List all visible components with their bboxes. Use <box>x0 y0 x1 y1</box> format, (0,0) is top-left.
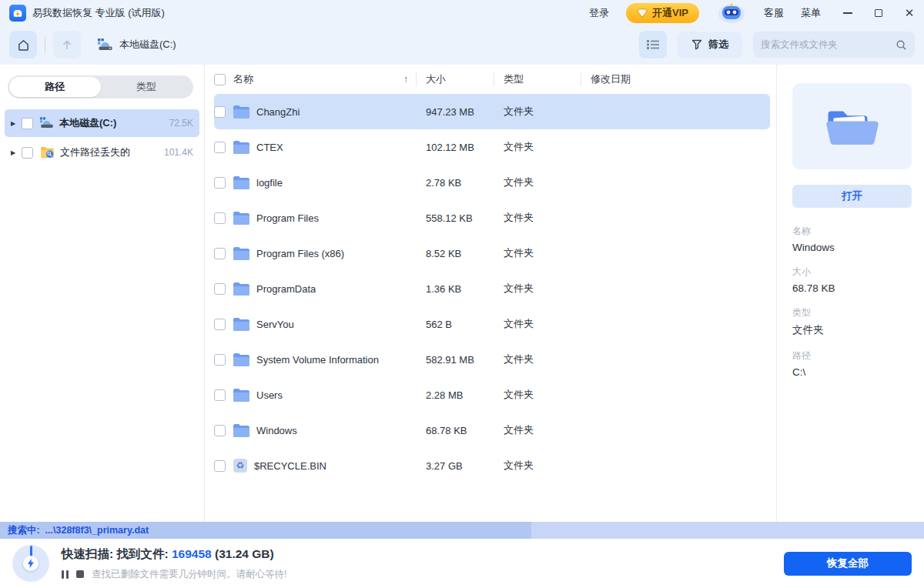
field-label: 类型 <box>792 306 912 319</box>
menu-link[interactable]: 菜单 <box>801 6 821 20</box>
item-count-badge: 72.5K <box>169 118 193 129</box>
pause-button[interactable] <box>62 570 69 579</box>
sidebar-item-local-disk-c[interactable]: ▶ 本地磁盘(C:) 72.5K <box>5 109 199 137</box>
file-type: 文件夹 <box>494 352 581 366</box>
table-row[interactable]: ♻$RECYCLE.BIN3.27 GB文件夹 <box>214 448 770 483</box>
view-toggle-button[interactable] <box>639 31 667 58</box>
checkbox[interactable] <box>214 425 226 436</box>
footer-bar: 快速扫描: 找到文件: 169458 (31.24 GB) 查找已删除文件需要几… <box>0 539 924 588</box>
minimize-button[interactable] <box>842 8 853 18</box>
drive-icon <box>98 38 113 52</box>
table-row[interactable]: CTEX102.12 MB文件夹 <box>214 129 770 165</box>
tab-path[interactable]: 路径 <box>9 77 101 97</box>
top-band: 易我数据恢复 专业版 (试用版) 登录 开通VIP 客服 菜单 ✕ <box>0 0 924 65</box>
file-size: 8.52 KB <box>417 248 494 259</box>
field-label: 路径 <box>792 349 912 362</box>
file-type: 文件夹 <box>494 105 581 119</box>
column-header-name[interactable]: 名称 <box>233 72 253 86</box>
home-button[interactable] <box>9 31 37 58</box>
table-body: ChangZhi947.23 MB文件夹CTEX102.12 MB文件夹logf… <box>214 94 770 483</box>
folder-icon <box>233 176 249 189</box>
checkbox[interactable] <box>214 319 226 330</box>
file-size: 1.36 KB <box>417 283 494 295</box>
file-name: ChangZhi <box>256 106 300 118</box>
file-size: 582.91 MB <box>417 354 494 366</box>
expand-caret-icon[interactable]: ▶ <box>11 120 22 127</box>
table-row[interactable]: Windows68.78 KB文件夹 <box>214 413 770 448</box>
detail-field-path: 路径 C:\ <box>792 349 912 378</box>
file-size: 2.28 MB <box>417 389 494 401</box>
drive-icon <box>40 117 54 129</box>
checkbox[interactable] <box>214 283 226 295</box>
found-count: 169458 <box>172 547 212 561</box>
search-input[interactable] <box>761 39 896 50</box>
file-name: $RECYCLE.BIN <box>254 460 326 472</box>
scan-spinner-icon <box>12 545 49 582</box>
table-row[interactable]: logfile2.78 KB文件夹 <box>214 165 770 200</box>
close-button[interactable]: ✕ <box>904 8 915 18</box>
filter-button[interactable]: 筛选 <box>678 32 742 58</box>
checkbox[interactable] <box>214 460 226 472</box>
checkbox[interactable] <box>214 106 226 118</box>
login-link[interactable]: 登录 <box>589 6 609 20</box>
field-label: 名称 <box>792 225 912 238</box>
column-header-size[interactable]: 大小 <box>417 72 494 86</box>
table-row[interactable]: Program Files558.12 KB文件夹 <box>214 200 770 236</box>
table-row[interactable]: Users2.28 MB文件夹 <box>214 377 770 413</box>
checkbox[interactable] <box>214 248 226 259</box>
file-type: 文件夹 <box>494 388 581 402</box>
column-header-type[interactable]: 类型 <box>494 72 581 86</box>
tab-type[interactable]: 类型 <box>101 77 192 97</box>
scan-progress-bar: 搜索中: ...\328f8f3\_primary.dat <box>0 522 924 539</box>
sidebar-tabs: 路径 类型 <box>8 75 193 99</box>
sort-ascending-icon[interactable]: ↑ <box>403 74 416 85</box>
stop-button[interactable] <box>76 570 84 578</box>
file-name: ProgramData <box>256 283 316 295</box>
select-all-checkbox[interactable] <box>214 74 226 85</box>
checkbox[interactable] <box>22 147 33 159</box>
checkbox[interactable] <box>214 142 226 153</box>
file-type: 文件夹 <box>494 175 581 189</box>
checkbox[interactable] <box>214 389 226 401</box>
list-view-icon <box>647 39 659 50</box>
lightning-icon <box>27 559 35 568</box>
checkbox[interactable] <box>214 354 226 366</box>
file-type: 文件夹 <box>494 211 581 225</box>
table-row[interactable]: ProgramData1.36 KB文件夹 <box>214 271 770 306</box>
folder-icon <box>233 282 249 296</box>
table-row[interactable]: System Volume Information582.91 MB文件夹 <box>214 342 770 377</box>
checkbox[interactable] <box>214 177 226 189</box>
file-name: logfile <box>256 177 283 189</box>
search-icon[interactable] <box>896 39 907 51</box>
recover-all-button[interactable]: 恢复全部 <box>784 552 912 576</box>
sidebar: 路径 类型 ▶ 本地磁盘(C:) 72.5K ▶ 文件路径丢失的 101.4K <box>0 65 205 522</box>
file-name: ServYou <box>256 319 294 330</box>
checkbox[interactable] <box>214 212 226 224</box>
table-row[interactable]: ServYou562 B文件夹 <box>214 306 770 342</box>
open-button[interactable]: 打开 <box>792 185 912 208</box>
upgrade-vip-button[interactable]: 开通VIP <box>626 3 699 23</box>
column-header-date[interactable]: 修改日期 <box>581 72 770 86</box>
folder-icon <box>233 353 249 366</box>
expand-caret-icon[interactable]: ▶ <box>11 149 22 156</box>
detail-panel: 打开 名称 Windows 大小 68.78 KB 类型 文件夹 路径 C:\ <box>776 65 924 522</box>
breadcrumb-label: 本地磁盘(C:) <box>119 38 176 52</box>
assistant-robot-icon[interactable] <box>716 2 747 24</box>
file-name: System Volume Information <box>256 354 379 366</box>
folder-icon <box>233 318 249 331</box>
file-type: 文件夹 <box>494 246 581 260</box>
scan-label: 快速扫描: 找到文件: <box>62 546 172 563</box>
home-icon <box>17 38 30 52</box>
up-directory-button[interactable] <box>53 31 81 58</box>
support-link[interactable]: 客服 <box>764 6 784 20</box>
maximize-button[interactable] <box>873 8 884 18</box>
table-row[interactable]: Program Files (x86)8.52 KB文件夹 <box>214 236 770 271</box>
field-value: 文件夹 <box>792 323 912 337</box>
file-size: 562 B <box>417 319 494 330</box>
sidebar-item-lost-path[interactable]: ▶ 文件路径丢失的 101.4K <box>5 139 199 166</box>
checkbox[interactable] <box>22 118 33 129</box>
breadcrumb[interactable]: 本地磁盘(C:) <box>98 38 176 52</box>
app-logo-icon <box>9 5 26 22</box>
folder-search-icon <box>40 146 55 159</box>
table-row[interactable]: ChangZhi947.23 MB文件夹 <box>214 94 770 129</box>
